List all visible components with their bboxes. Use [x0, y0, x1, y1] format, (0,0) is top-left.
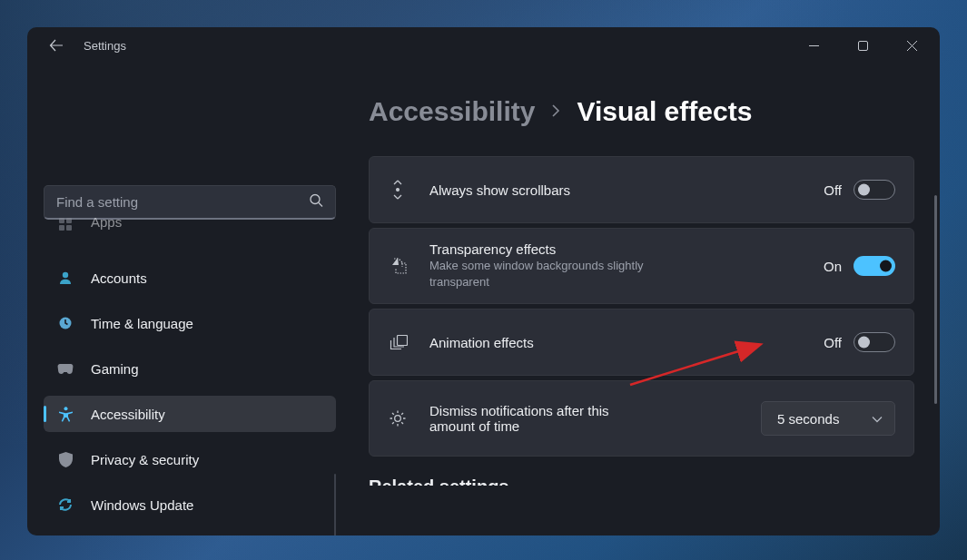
- clock-icon: [57, 315, 74, 331]
- close-button[interactable]: [891, 31, 932, 60]
- scrollbars-toggle[interactable]: [854, 180, 895, 200]
- setting-dismiss-notifications[interactable]: Dismiss notifications after this amount …: [369, 380, 914, 457]
- setting-title: Dismiss notifications after this amount …: [429, 403, 656, 434]
- dropdown-value: 5 seconds: [777, 411, 839, 427]
- settings-window: Settings: [27, 27, 940, 535]
- maximize-icon: [858, 41, 868, 51]
- sidebar: Apps Accounts Time & language: [27, 64, 352, 535]
- sidebar-scrollbar[interactable]: [334, 474, 336, 535]
- sidebar-item-label: Privacy & security: [91, 452, 199, 467]
- settings-panel: Always show scrollbars Off: [352, 156, 927, 457]
- chevron-right-icon: [551, 103, 560, 122]
- breadcrumb-current: Visual effects: [577, 96, 752, 127]
- nav-list: Apps Accounts Time & language: [44, 220, 336, 523]
- main-area: Accessibility Visual effects Always show…: [352, 64, 940, 535]
- content-row: Apps Accounts Time & language: [27, 64, 940, 535]
- svg-rect-10: [397, 336, 407, 346]
- sidebar-item-apps[interactable]: Apps: [44, 220, 336, 251]
- back-arrow-icon: [49, 38, 64, 53]
- scrollbar-icon: [388, 180, 408, 200]
- animation-icon: [388, 335, 408, 349]
- main-scrollbar-thumb[interactable]: [934, 195, 937, 404]
- minimize-button[interactable]: [793, 31, 834, 60]
- svg-rect-3: [66, 218, 72, 223]
- svg-point-1: [311, 195, 320, 204]
- sidebar-item-label: Gaming: [91, 361, 139, 377]
- notifications-duration-dropdown[interactable]: 5 seconds: [761, 401, 895, 436]
- setting-description: Make some window backgrounds slightly tr…: [429, 258, 666, 290]
- app-title: Settings: [84, 39, 126, 53]
- search-box: [44, 185, 336, 220]
- setting-transparency-effects[interactable]: Transparency effects Make some window ba…: [369, 228, 914, 304]
- setting-title: Always show scrollbars: [429, 182, 824, 198]
- toggle-state-label: Off: [824, 182, 842, 198]
- toggle-knob: [880, 260, 892, 272]
- toggle-knob: [858, 337, 870, 349]
- setting-title: Transparency effects: [429, 241, 824, 257]
- related-settings-heading: Related settings: [352, 476, 927, 486]
- apps-icon: [57, 216, 74, 232]
- sidebar-item-accessibility[interactable]: Accessibility: [44, 396, 336, 432]
- sidebar-item-label: Accessibility: [91, 407, 165, 422]
- main-scrollbar-track[interactable]: [931, 64, 940, 535]
- main-content: Accessibility Visual effects Always show…: [352, 64, 931, 535]
- setting-always-show-scrollbars[interactable]: Always show scrollbars Off: [369, 156, 914, 223]
- breadcrumb: Accessibility Visual effects: [352, 96, 927, 127]
- sidebar-item-label: Time & language: [91, 316, 193, 331]
- gamepad-icon: [57, 360, 74, 377]
- svg-rect-4: [59, 225, 64, 231]
- sidebar-item-label: Windows Update: [91, 497, 193, 513]
- selection-indicator: [44, 406, 46, 422]
- transparency-icon: [388, 257, 408, 275]
- toggle-knob: [858, 184, 870, 196]
- sidebar-item-gaming[interactable]: Gaming: [44, 350, 336, 387]
- minimize-icon: [809, 41, 819, 51]
- back-button[interactable]: [45, 34, 67, 56]
- close-icon: [907, 41, 917, 51]
- svg-point-8: [64, 407, 67, 410]
- svg-point-6: [63, 272, 68, 278]
- svg-point-9: [397, 189, 400, 192]
- svg-rect-2: [59, 218, 64, 223]
- svg-rect-0: [858, 41, 867, 50]
- shield-icon: [57, 451, 74, 467]
- toggle-state-label: Off: [824, 335, 842, 350]
- svg-point-11: [395, 416, 401, 422]
- sidebar-item-time-language[interactable]: Time & language: [44, 305, 336, 341]
- sidebar-item-label: Apps: [91, 214, 122, 230]
- sidebar-item-privacy[interactable]: Privacy & security: [44, 441, 336, 477]
- sidebar-item-update[interactable]: Windows Update: [44, 486, 336, 523]
- window-controls: [793, 31, 932, 60]
- brightness-icon: [388, 409, 408, 427]
- sidebar-item-label: Accounts: [91, 270, 147, 286]
- search-input[interactable]: [44, 185, 336, 220]
- update-icon: [57, 496, 74, 513]
- person-icon: [57, 270, 74, 286]
- breadcrumb-parent[interactable]: Accessibility: [369, 96, 535, 127]
- titlebar: Settings: [27, 27, 940, 64]
- setting-title: Animation effects: [429, 335, 824, 350]
- animation-toggle[interactable]: [854, 332, 895, 352]
- transparency-toggle[interactable]: [854, 256, 895, 276]
- maximize-button[interactable]: [842, 31, 883, 60]
- search-icon: [310, 194, 323, 211]
- svg-rect-5: [66, 225, 72, 231]
- sidebar-item-accounts[interactable]: Accounts: [44, 260, 336, 296]
- toggle-state-label: On: [824, 259, 842, 274]
- chevron-down-icon: [872, 410, 883, 427]
- setting-animation-effects[interactable]: Animation effects Off: [369, 309, 914, 376]
- accessibility-icon: [57, 406, 74, 422]
